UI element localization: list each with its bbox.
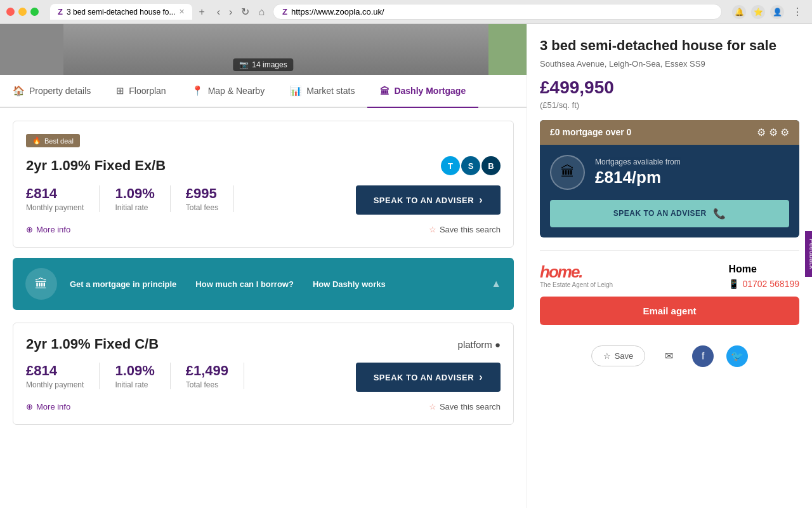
image-count[interactable]: 📷 14 images <box>233 58 293 71</box>
card-2-monthly-value: £814 <box>26 363 84 379</box>
page-layout: 📷 14 images 🏠 Property details ⊞ Floorpl… <box>0 24 812 508</box>
card-1-save-search[interactable]: ☆ Save this search <box>429 225 501 234</box>
banner-links: Get a mortgage in principle How much can… <box>70 279 386 289</box>
card-2-title: 2yr 1.09% Fixed C/B <box>26 336 159 352</box>
save-button[interactable]: ☆ Save <box>591 345 646 366</box>
tab-close-icon[interactable]: ✕ <box>179 8 185 16</box>
address-url: https://www.zoopla.co.uk/ <box>291 7 384 17</box>
card-1-save-search-label: Save this search <box>440 225 501 234</box>
property-address: Southsea Avenue, Leigh-On-Sea, Essex SS9 <box>540 59 799 69</box>
tab-map-nearby[interactable]: 📍 Map & Nearby <box>179 75 277 108</box>
home-button[interactable]: ⌂ <box>255 4 268 19</box>
widget-dashly-icon: 🏛 <box>550 155 585 190</box>
thumbnail-left <box>0 24 63 75</box>
tsb-b-circle: B <box>481 156 501 175</box>
flame-icon: 🔥 <box>32 137 41 145</box>
widget-speak-label: SPEAK TO AN ADVISER <box>613 209 707 218</box>
new-tab-button[interactable]: + <box>195 5 208 19</box>
best-deal-badge: 🔥 Best deal <box>26 134 80 147</box>
extension-icon-1[interactable]: 🔔 <box>732 5 746 19</box>
best-deal-label: Best deal <box>44 137 74 145</box>
extension-icon-2[interactable]: ⭐ <box>751 5 765 19</box>
refresh-button[interactable]: ↻ <box>238 4 252 19</box>
dashly-tab-icon: 🏛 <box>380 86 390 97</box>
tab-bar: Z 3 bed semi-detached house fo... ✕ + <box>50 4 209 20</box>
twitter-share-button[interactable]: 🐦 <box>726 345 748 367</box>
star-icon-1: ☆ <box>429 225 436 234</box>
tsb-s-circle: S <box>461 156 480 175</box>
card-1-more-info-label: More info <box>36 225 70 234</box>
card-2-speak-label: SPEAK TO AN ADVISER <box>374 373 475 382</box>
agent-name: Home <box>728 264 799 275</box>
close-traffic-light[interactable] <box>6 8 15 16</box>
tab-property-details[interactable]: 🏠 Property details <box>0 75 103 108</box>
back-button[interactable]: ‹ <box>214 4 223 19</box>
card-1-monthly-value: £814 <box>26 185 84 202</box>
card-2-rate: 1.09% Initial rate <box>115 363 170 389</box>
card-1-rate: 1.09% Initial rate <box>115 185 170 212</box>
home-tab-icon: 🏠 <box>13 85 25 97</box>
agent-phone[interactable]: 📱 01702 568199 <box>728 279 799 289</box>
settings-icon[interactable]: ⚙ ⚙ ⚙ <box>757 126 789 138</box>
menu-button[interactable]: ⋮ <box>789 4 806 19</box>
banner-dashly-icon: 🏛 <box>25 268 57 300</box>
widget-speak-button[interactable]: SPEAK TO AN ADVISER 📞 <box>550 200 789 227</box>
tab-favicon: Z <box>58 7 63 17</box>
property-price: £499,950 <box>540 77 799 98</box>
camera-icon: 📷 <box>239 60 249 69</box>
get-mortgage-link[interactable]: Get a mortgage in principle <box>70 279 176 289</box>
email-share-button[interactable]: ✉ <box>658 345 679 367</box>
plus-circle-icon: ⊕ <box>26 225 33 234</box>
mortgage-amount: £814/pm <box>595 168 681 187</box>
tab-title: 3 bed semi-detached house fo... <box>67 8 175 17</box>
how-much-borrow-link[interactable]: How much can I borrow? <box>195 279 294 289</box>
facebook-share-button[interactable]: f <box>692 345 714 367</box>
tab-dashly-mortgage[interactable]: 🏛 Dashly Mortgage <box>367 75 478 108</box>
tab-floorplan[interactable]: ⊞ Floorplan <box>103 75 178 108</box>
card-1-fees-label: Total fees <box>186 203 218 212</box>
tab-market-stats[interactable]: 📊 Market stats <box>277 75 367 108</box>
card-2-more-info-label: More info <box>36 402 70 411</box>
mortgage-widget: £0 mortgage over 0 ⚙ ⚙ ⚙ 🏛 Mortgages ava… <box>540 120 799 237</box>
address-favicon: Z <box>282 7 287 17</box>
maximize-traffic-light[interactable] <box>30 8 39 16</box>
card-1-more-info[interactable]: ⊕ More info <box>26 225 70 234</box>
social-actions: ☆ Save ✉ f 🐦 <box>540 345 799 367</box>
phone-icon-small: 📱 <box>728 279 739 289</box>
image-count-label: 14 images <box>252 60 287 69</box>
image-strip: 📷 14 images <box>0 24 527 75</box>
tab-map-nearby-label: Map & Nearby <box>208 86 265 96</box>
platform-logo: platform ● <box>458 339 501 350</box>
profile-icon[interactable]: 👤 <box>770 5 784 19</box>
card-1-fees-value: £995 <box>186 185 218 202</box>
tab-dashly-label: Dashly Mortgage <box>394 86 466 96</box>
save-star-icon: ☆ <box>603 351 611 361</box>
property-title: 3 bed semi-detached house for sale <box>540 37 799 55</box>
card-1-fees: £995 Total fees <box>186 185 234 212</box>
minimize-traffic-light[interactable] <box>18 8 27 16</box>
plus-circle-icon-2: ⊕ <box>26 402 33 411</box>
tabs-navigation: 🏠 Property details ⊞ Floorplan 📍 Map & N… <box>0 75 527 108</box>
agent-phone-number: 01702 568199 <box>742 279 799 289</box>
map-tab-icon: 📍 <box>192 85 204 97</box>
active-tab[interactable]: Z 3 bed semi-detached house fo... ✕ <box>50 4 192 20</box>
card-2-more-info[interactable]: ⊕ More info <box>26 402 70 411</box>
price-sqft: (£51/sq. ft) <box>540 100 799 110</box>
card-1-speak-button[interactable]: SPEAK TO AN ADVISER › <box>356 185 501 215</box>
left-panel: 📷 14 images 🏠 Property details ⊞ Floorpl… <box>0 24 527 508</box>
card-2-header: 2yr 1.09% Fixed C/B platform ● <box>26 336 501 352</box>
how-dashly-works-link[interactable]: How Dashly works <box>313 279 386 289</box>
floorplan-tab-icon: ⊞ <box>116 85 124 97</box>
feedback-tab[interactable]: Feedback <box>805 231 812 277</box>
address-bar[interactable]: Z https://www.zoopla.co.uk/ <box>273 4 722 20</box>
card-2-save-search[interactable]: ☆ Save this search <box>429 402 501 411</box>
email-agent-button[interactable]: Email agent <box>540 297 799 325</box>
mortgage-from-text: Mortgages avaliable from <box>595 157 681 166</box>
right-panel: 3 bed semi-detached house for sale South… <box>527 24 812 508</box>
forward-button[interactable]: › <box>226 4 235 19</box>
agent-section: home. The Estate Agent of Leigh Home 📱 0… <box>540 250 799 333</box>
stats-tab-icon: 📊 <box>290 85 302 97</box>
card-1-rate-label: Initial rate <box>115 203 154 212</box>
phone-icon: 📞 <box>713 208 726 220</box>
card-2-speak-button[interactable]: SPEAK TO AN ADVISER › <box>356 363 501 392</box>
